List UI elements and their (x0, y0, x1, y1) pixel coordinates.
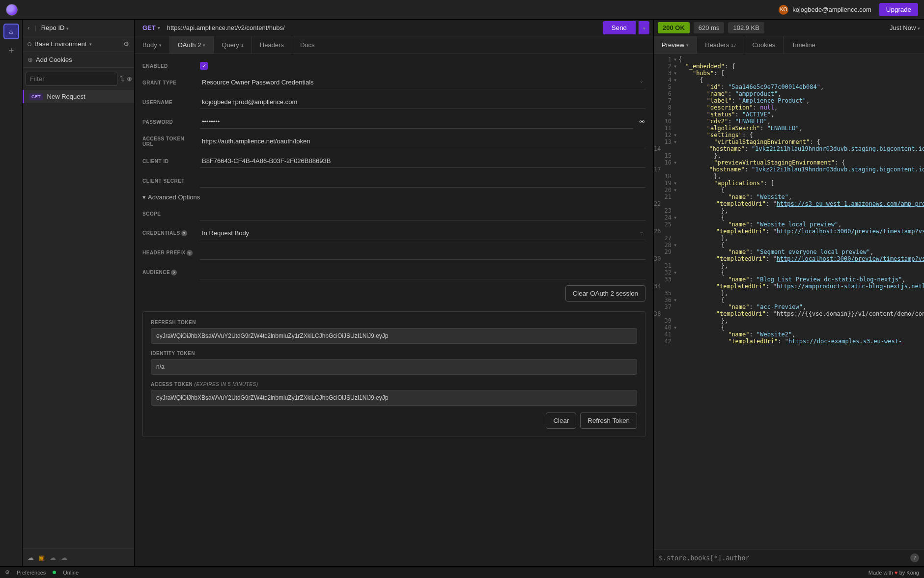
env-selector[interactable]: Base Environment ▾ ⚙ (23, 36, 134, 52)
response-panel: 200 OK 620 ms 102.9 KB Just Now ▾ Previe… (654, 20, 924, 566)
json-line: 5 "id": "5aa146e5c9e77c00014eb084", (654, 83, 924, 90)
header-prefix-input[interactable] (200, 246, 645, 260)
grant-type-select[interactable]: Resource Owner Password Credentials⌄ (200, 76, 645, 89)
refresh-token-button[interactable]: Refresh Token (580, 413, 637, 429)
avatar[interactable]: KO (779, 5, 788, 15)
back-button[interactable]: ‹ (28, 24, 29, 31)
tab-docs[interactable]: Docs (292, 36, 323, 54)
cookies-button[interactable]: ⊕ Add Cookies (23, 52, 134, 68)
method-selector[interactable]: GET ▾ (139, 22, 164, 33)
help-icon[interactable]: ? (910, 553, 919, 562)
help-icon[interactable]: ? (187, 250, 193, 256)
send-dropdown[interactable]: ▾ (639, 21, 649, 34)
sidebar: ‹ | Repo ID ▾ Base Environment ▾ ⚙ ⊕ Add… (23, 20, 135, 566)
header-prefix-label: HEADER PREFIX? (142, 250, 194, 256)
clear-oauth-session-button[interactable]: Clear OAuth 2 session (565, 285, 645, 302)
heart-icon: ♥ (895, 570, 898, 576)
json-line: 28▾ { (654, 242, 924, 248)
jsonpath-bar: ? (654, 549, 924, 566)
cloud-upload-icon[interactable]: ☁ (61, 554, 67, 561)
app-logo-icon (6, 4, 18, 16)
token-box: REFRESH TOKEN eyJraWQiOiJhbXBsaWVuY2UtdG… (142, 311, 645, 437)
tab-headers[interactable]: Headers (252, 36, 292, 54)
response-history[interactable]: Just Now ▾ (890, 24, 920, 31)
plus-circle-icon: ⊕ (127, 75, 132, 83)
online-label: Online (63, 570, 79, 576)
identity-token-value[interactable]: n/a (151, 359, 637, 375)
json-line: 41 "name": "Website2", (654, 331, 924, 338)
help-icon[interactable]: ? (181, 230, 187, 236)
client-secret-input[interactable] (200, 174, 645, 188)
json-line: 16▾ "previewVirtualStagingEnvironment": … (654, 159, 924, 166)
sort-button[interactable]: ⇅ (119, 73, 125, 85)
audience-input[interactable] (200, 266, 645, 279)
box-icon[interactable]: ▣ (39, 554, 45, 561)
json-line: 29 "name": "Segment everyone local previ… (654, 248, 924, 255)
env-dot-icon (28, 42, 31, 46)
online-dot-icon (53, 571, 56, 574)
filter-input[interactable] (26, 72, 117, 86)
chevron-down-icon: ▾ (643, 26, 645, 31)
chevron-down-icon: ⌄ (640, 79, 644, 86)
json-line: 13▾ "virtualStagingEnvironment": { (654, 138, 924, 145)
gear-icon[interactable]: ⚙ (5, 569, 10, 576)
tab-query[interactable]: Query 1 (214, 36, 252, 54)
json-line: 19▾ "applications": [ (654, 180, 924, 187)
tab-resp-headers[interactable]: Headers 17 (697, 36, 744, 54)
tab-preview[interactable]: Preview ▾ (654, 36, 697, 54)
enabled-checkbox[interactable]: ✓ (200, 62, 208, 70)
help-icon[interactable]: ? (171, 270, 177, 275)
password-input[interactable] (200, 115, 633, 129)
json-line: 1▾{ (654, 56, 924, 63)
clear-button[interactable]: Clear (546, 413, 576, 429)
cloud-download-icon[interactable]: ☁ (50, 554, 56, 561)
topbar: KO kojogbede@amplience.com Upgrade (0, 0, 924, 20)
json-line: 27 }, (654, 235, 924, 242)
tab-auth[interactable]: OAuth 2 ▾ (170, 36, 214, 54)
chevron-down-icon: ▾ (89, 42, 92, 47)
cloud-icon[interactable]: ☁ (28, 554, 34, 561)
tab-timeline[interactable]: Timeline (784, 36, 823, 54)
token-url-input[interactable] (200, 135, 645, 148)
json-viewer[interactable]: 1▾{2▾ "_embedded": {3▾ "hubs": [4▾ {5 "i… (654, 54, 924, 549)
advanced-options-toggle[interactable]: ▾ Advanced Options (142, 193, 645, 201)
gear-icon[interactable]: ⚙ (123, 40, 129, 48)
json-line: 31 }, (654, 262, 924, 269)
jsonpath-input[interactable] (659, 554, 910, 562)
home-button[interactable]: ⌂ (3, 24, 19, 39)
chevron-down-icon: ⌄ (640, 229, 644, 237)
json-line: 7 "label": "Amplience Product", (654, 97, 924, 104)
sidebar-request-item[interactable]: GET New Request (23, 90, 134, 103)
send-button[interactable]: Send (603, 21, 636, 34)
url-input[interactable] (167, 24, 600, 31)
json-line: 14 "hostname": "1vkz2i2i1hlau19hndnr03du… (654, 145, 924, 152)
client-id-input[interactable] (200, 154, 645, 168)
username-input[interactable] (200, 95, 645, 109)
tab-resp-cookies[interactable]: Cookies (744, 36, 784, 54)
response-time: 620 ms (694, 22, 725, 33)
client-secret-label: CLIENT SECRET (142, 178, 194, 184)
identity-token-label: IDENTITY TOKEN (151, 351, 637, 356)
json-line: 36▾ { (654, 297, 924, 303)
json-line: 3▾ "hubs": [ (654, 70, 924, 77)
json-line: 9 "status": "ACTIVE", (654, 111, 924, 118)
access-token-value[interactable]: eyJraWQiOiJhbXBsaWVuY2UtdG9rZW4tc2lnbmlu… (151, 390, 637, 406)
tab-body[interactable]: Body ▾ (135, 36, 170, 54)
refresh-token-value[interactable]: eyJraWQiOiJhbXBsaWVuY2UtdG9rZW4tc2lnbmlu… (151, 328, 637, 344)
add-request-button[interactable]: ⊕ (127, 73, 132, 85)
chevron-down-icon: ▾ (686, 43, 689, 48)
made-with-label: Made with ♥ by Kong (868, 570, 919, 576)
workspace-title[interactable]: Repo ID ▾ (41, 24, 69, 31)
eye-icon[interactable]: 👁 (639, 118, 645, 126)
json-line: 8 "description": null, (654, 104, 924, 111)
json-line: 33 "name": "Blog List Preview dc-static-… (654, 276, 924, 283)
access-token-label: ACCESS TOKEN (EXPIRES IN 5 MINUTES) (151, 382, 637, 387)
scope-input[interactable] (200, 207, 645, 220)
credentials-select[interactable]: In Request Body⌄ (200, 226, 645, 240)
preferences-link[interactable]: Preferences (17, 570, 46, 576)
json-line: 35 }, (654, 290, 924, 297)
chevron-down-icon: ▾ (203, 43, 205, 48)
json-line: 15 }, (654, 152, 924, 159)
add-workspace-button[interactable]: ＋ (7, 44, 16, 56)
upgrade-button[interactable]: Upgrade (879, 3, 918, 16)
